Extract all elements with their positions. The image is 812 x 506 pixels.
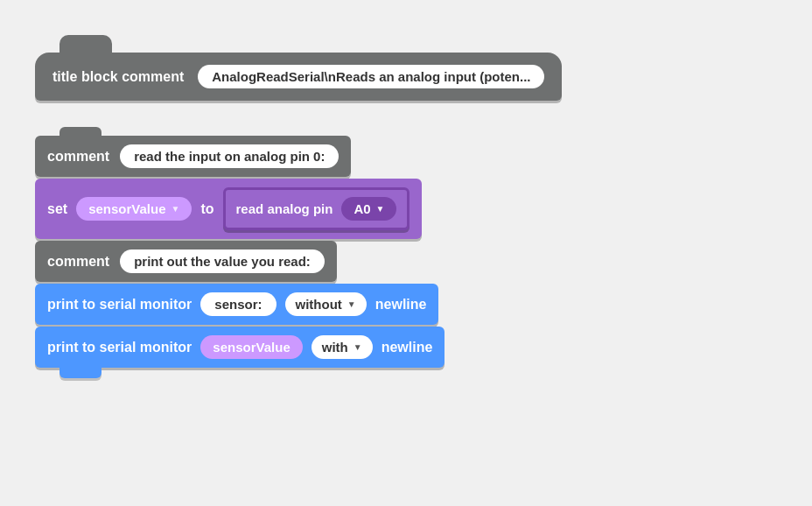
comment-label-2: comment — [47, 254, 109, 270]
comment-block-2: comment print out the value you read: — [35, 241, 337, 282]
print-label-1: print to serial monitor — [47, 297, 192, 313]
print-label-2: print to serial monitor — [47, 340, 192, 355]
notch-bottom-2 — [60, 366, 102, 378]
read-analog-block: read analog pin A0 ▼ — [223, 187, 410, 230]
title-comment-label: title block comment — [52, 69, 184, 85]
to-label: to — [200, 201, 214, 217]
with-dropdown[interactable]: with ▼ — [312, 335, 373, 359]
title-comment-block: title block comment AnalogReadSerial\nRe… — [35, 53, 562, 101]
title-tab — [60, 35, 112, 53]
print2-variable[interactable]: sensorValue — [200, 335, 302, 359]
print-block-2-wrapper: print to serial monitor sensorValue with… — [35, 327, 777, 368]
print-block-1-wrapper: print to serial monitor sensor: without … — [35, 284, 777, 325]
comment-value-2: print out the value you read: — [120, 249, 325, 273]
set-block-wrapper: set sensorValue ▼ to read analog pin A0 … — [35, 179, 777, 239]
set-block: set sensorValue ▼ to read analog pin A0 … — [35, 179, 422, 239]
block-group-1: comment read the input on analog pin 0: … — [35, 136, 777, 368]
sensor-value-dropdown[interactable]: sensorValue ▼ — [76, 197, 192, 221]
print2-newline: newline — [382, 340, 433, 355]
print1-newline: newline — [375, 297, 427, 313]
read-analog-label: read analog pin — [236, 201, 333, 216]
notch-top-1 — [60, 127, 102, 137]
print-block-1: print to serial monitor sensor: without … — [35, 284, 438, 325]
without-arrow: ▼ — [347, 299, 356, 309]
comment-block-2-wrapper: comment print out the value you read: — [35, 241, 777, 282]
sensor-value-arrow: ▼ — [172, 204, 180, 214]
title-block-wrapper: title block comment AnalogReadSerial\nRe… — [35, 35, 777, 101]
comment-block-1: comment read the input on analog pin 0: — [35, 136, 351, 177]
with-arrow: ▼ — [354, 342, 362, 352]
pin-arrow: ▼ — [376, 204, 385, 214]
pin-dropdown[interactable]: A0 ▼ — [341, 197, 396, 221]
comment-value-1: read the input on analog pin 0: — [120, 144, 339, 168]
title-comment-value: AnalogReadSerial\nReads an analog input … — [198, 65, 544, 88]
comment-block-1-wrapper: comment read the input on analog pin 0: — [35, 136, 777, 177]
comment-label-1: comment — [47, 149, 109, 165]
without-dropdown[interactable]: without ▼ — [285, 292, 367, 316]
print1-value: sensor: — [200, 292, 276, 316]
print-block-2: print to serial monitor sensorValue with… — [35, 327, 444, 368]
set-label: set — [47, 201, 67, 217]
